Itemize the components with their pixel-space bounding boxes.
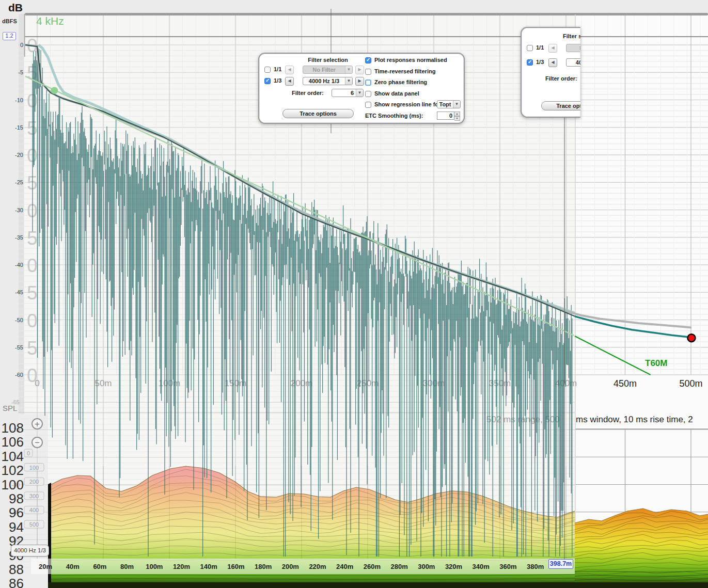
tick-label: 160m [227,563,244,570]
tick-label: 60m [93,563,106,570]
tick-label: 0 [27,255,38,276]
zoom-out-button[interactable]: − [32,437,43,448]
regression-target-dropdown[interactable]: Topt▼ [437,100,461,108]
tick-label: 5 [27,282,38,304]
tick-label: 500m [679,378,702,389]
filter-selection-dialog-clipped: Filter selection 1/1 ◀ No Filter 1/3 ◀ 4… [521,27,580,118]
y-axis-title: dB [8,2,23,14]
tick-label: 0 [20,42,23,48]
cursor-time-readout: 398.7m [548,559,573,569]
tick-label: 100 [2,477,24,492]
tick-label: -55 [15,344,23,351]
etc-smoothing-spinner[interactable]: 0 ▲▼ [437,112,460,121]
tick-label: -10 [15,97,23,103]
regression-start-marker[interactable] [51,87,58,94]
zoom-in-button[interactable]: + [32,418,43,430]
tick-label: 280m [390,563,407,570]
filter-1-1-dropdown[interactable]: No Filter▼ [303,66,353,74]
tick-label: 5 [27,118,38,139]
filter-selection-dialog: Filter selection 1/1 ◀ No Filter▼ ▶ 1/3 … [258,53,465,124]
tick-label: 360m [499,563,516,570]
tick-label: 200m [282,563,299,570]
rew-etc-analysis-window: 00-55-100-155-200-255-300-355-400-455-50… [0,0,708,588]
band-frequency-label: 4 kHz [36,15,64,27]
tick-label: 340m [473,563,490,570]
filter-order-dropdown[interactable]: 6▼ [332,89,364,97]
spl-axis-label: SPL [3,404,17,412]
tick-label: 140m [200,563,217,570]
tick-label: 108 [2,420,24,436]
plot-responses-normalised-checkbox[interactable] [365,57,371,63]
filter-1-3-dropdown[interactable]: 4000 Hz 1/3 [566,58,580,67]
waterfall-filter-chip[interactable]: 4000 Hz 1/3 [11,545,49,557]
filter-1-1-label: 1/1 [274,66,281,72]
filter-1-3-checkbox[interactable] [527,59,533,66]
tick-label: 0 [27,145,38,166]
prev-band-button[interactable]: ◀ [548,58,557,67]
tick-label: -40 [15,262,23,268]
tick-label: 220m [309,563,326,570]
tick-label: 5 [27,228,38,249]
filter-1-3-dropdown[interactable]: 4000 Hz 1/3▼ [303,77,353,85]
prev-filter-button[interactable]: ◀ [285,66,294,74]
zero-phase-filtering-label: Zero phase filtering [374,79,427,85]
zero-phase-filtering-checkbox[interactable] [365,80,371,86]
tick-label: -20 [15,152,23,158]
tick-label: 94 [9,519,24,535]
end-point-marker[interactable] [688,334,696,342]
tick-label: -30 [15,207,23,213]
tick-label: 300m [418,563,435,570]
tick-label: 98 [9,491,24,506]
tick-label: 380m [527,563,544,570]
tick-label: 450m [613,378,637,389]
tick-label: -35 [15,234,23,241]
tick-label: 104 [2,449,24,464]
tick-label: 88 [9,562,24,577]
filter-1-1-checkbox[interactable] [527,45,533,51]
show-data-panel-label: Show data panel [374,90,419,97]
tick-label: 200m [291,378,313,388]
tick-label: 80m [120,563,134,570]
trace-options-button[interactable]: Trace options [282,109,354,118]
tick-label: ms window, 10 ms rise time, 2 [576,415,693,424]
filter-1-1-checkbox[interactable] [264,67,271,73]
time-reversed-filtering-checkbox[interactable] [365,69,371,75]
tick-label: 0 [27,310,38,331]
plot-responses-normalised-label: Plot responses normalised [374,57,447,63]
tick-label: -50 [15,317,23,323]
tick-label: 106 [2,434,24,450]
tick-label: -60 [15,372,23,378]
tick-label: 120m [173,563,190,570]
tick-label: 40m [66,563,80,570]
filter-order-label: Filter order: [292,90,324,96]
tick-label: 0 [27,200,38,221]
show-data-panel-checkbox[interactable] [365,91,371,97]
marker-value-box[interactable]: 1.2 [3,32,16,40]
y-axis-unit-label: dBFS [2,18,17,24]
waterfall-back [575,508,708,588]
prev-filter-button[interactable]: ◀ [548,44,557,53]
t60m-label: T60M [645,358,667,369]
prev-band-button[interactable]: ◀ [285,77,294,86]
tick-label: 102 [2,463,24,478]
tick-label: 5 [27,172,38,194]
show-regression-line-checkbox[interactable] [365,102,371,108]
next-filter-button[interactable]: ▶ [355,66,364,74]
tick-label: 100m [146,563,163,570]
tick-label: -15 [15,124,23,131]
tick-label: 86 [9,576,24,588]
tick-label: 240m [336,563,353,570]
tick-label: 260m [364,563,381,570]
tick-label: -25 [15,179,23,185]
filter-1-3-checkbox[interactable] [264,78,271,84]
show-regression-line-label: Show regression line for: [374,101,443,107]
next-band-button[interactable]: ▶ [355,77,364,86]
trace-options-button[interactable]: Trace options [541,101,580,110]
spinner-down-icon[interactable]: ▼ [454,116,460,121]
tick-label: 0 [27,90,38,112]
dialog-title: Filter selection [294,57,361,63]
spinner-up-icon[interactable]: ▲ [454,112,460,116]
filter-1-1-dropdown[interactable]: No Filter [566,44,580,52]
tick-label: 96 [9,505,24,520]
tick-label: -45 [15,289,23,295]
